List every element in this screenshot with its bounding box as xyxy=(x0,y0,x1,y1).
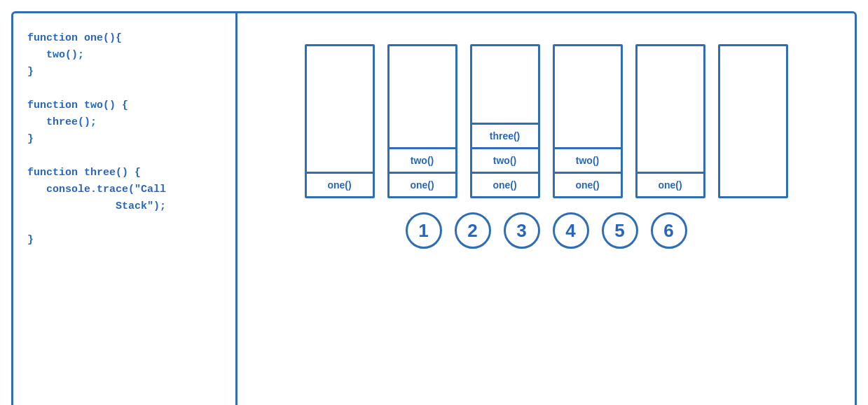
step-number-3: 3 xyxy=(504,212,540,249)
step-number-4: 4 xyxy=(553,212,589,249)
step-number-1: 1 xyxy=(406,212,442,249)
stack-column-1: one() xyxy=(305,44,375,198)
step-number-2: 2 xyxy=(455,212,491,249)
stack-box-5: one() xyxy=(635,44,705,198)
stack-frame-3-1: two() xyxy=(472,147,538,172)
main-container: function one(){ two(); } function two() … xyxy=(11,11,857,405)
stack-frame-4-1: one() xyxy=(555,172,621,196)
stack-frame-4-0: two() xyxy=(555,147,621,172)
code-panel: function one(){ two(); } function two() … xyxy=(13,13,237,405)
stack-frame-1-0: one() xyxy=(307,172,373,196)
stack-box-2: two()one() xyxy=(387,44,457,198)
stack-frame-2-1: one() xyxy=(390,172,455,196)
stack-box-3: three()two()one() xyxy=(470,44,540,198)
stack-frame-3-0: three() xyxy=(472,123,538,147)
step-number-5: 5 xyxy=(602,212,638,249)
stack-column-6 xyxy=(718,44,788,198)
numbers-row: 123456 xyxy=(406,212,687,249)
stack-column-4: two()one() xyxy=(553,44,623,198)
stack-frame-2-0: two() xyxy=(390,147,455,172)
stack-box-4: two()one() xyxy=(553,44,623,198)
stack-column-5: one() xyxy=(635,44,705,198)
stack-frame-5-0: one() xyxy=(638,172,703,196)
main-panel: one()two()one()three()two()one()two()one… xyxy=(237,13,855,405)
stack-frame-3-2: one() xyxy=(472,172,538,196)
stacks-row: one()two()one()three()two()one()two()one… xyxy=(305,44,788,198)
stack-box-6 xyxy=(718,44,788,198)
stack-box-1: one() xyxy=(305,44,375,198)
stack-column-3: three()two()one() xyxy=(470,44,540,198)
stack-column-2: two()one() xyxy=(387,44,457,198)
step-number-6: 6 xyxy=(651,212,687,249)
code-block: function one(){ two(); } function two() … xyxy=(27,30,221,249)
